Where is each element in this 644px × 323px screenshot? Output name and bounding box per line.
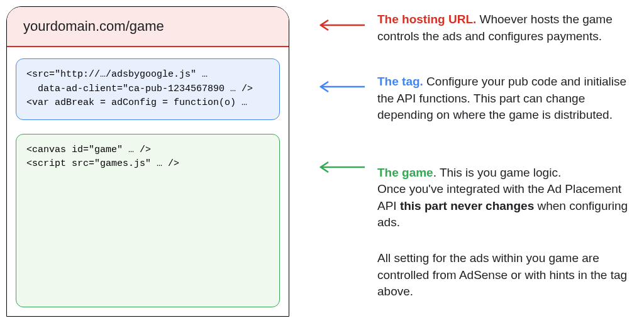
tag-code-box: <src="http://…/adsbygoogle.js" … data-ad… <box>16 58 280 120</box>
arrow-game <box>314 161 365 173</box>
host-title: The hosting URL. <box>377 13 476 26</box>
arrow-host <box>314 19 365 31</box>
arrow-left-icon <box>314 80 365 93</box>
host-description: The hosting URL. Whoever hosts the game … <box>377 11 631 45</box>
game-body-bold: this part never changes <box>400 199 534 212</box>
footer-description: All setting for the ads within you game … <box>377 250 631 300</box>
game-code-box: <canvas id="game" … /> <script src="game… <box>16 134 280 308</box>
game-description: The game. This is you game logic. Once y… <box>377 148 631 231</box>
tag-title: The tag. <box>377 75 423 88</box>
tag-description: The tag. Configure your pub code and ini… <box>377 74 631 124</box>
arrow-left-icon <box>314 161 365 173</box>
arrow-tag <box>314 80 365 93</box>
game-title: The game <box>377 166 433 179</box>
browser-mockup: yourdomain.com/game <src="http://…/adsby… <box>6 6 289 317</box>
url-bar: yourdomain.com/game <box>7 7 289 47</box>
page-body: <src="http://…/adsbygoogle.js" … data-ad… <box>7 47 289 316</box>
arrow-left-icon <box>314 19 365 31</box>
